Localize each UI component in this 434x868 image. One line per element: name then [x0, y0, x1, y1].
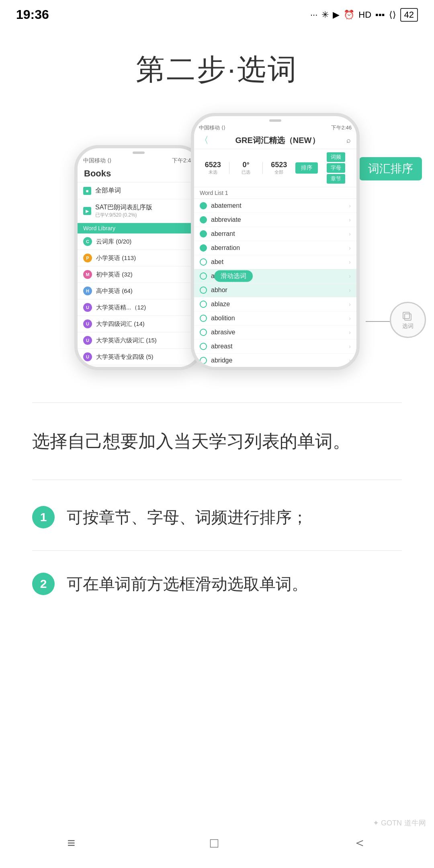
search-icon[interactable]: ⌕	[346, 136, 351, 145]
number-badge-2: 2	[32, 573, 55, 595]
list-item[interactable]: U 大学英语专业四级 (5)	[78, 349, 200, 365]
battery-level: 42	[400, 8, 418, 22]
word-row[interactable]: abet ›	[194, 255, 356, 269]
annotation-cihui-label: 词汇排序	[359, 157, 422, 180]
nav-back-icon[interactable]: ＜	[353, 833, 366, 852]
bookmark-icon: ■	[83, 187, 91, 195]
word-text: abrasive	[211, 329, 345, 336]
right-time: 下午2:46	[331, 124, 352, 131]
badge-p: P	[83, 254, 92, 262]
item-label: SAT巴朗词表乱序版	[95, 203, 152, 212]
svg-rect-1	[403, 312, 409, 319]
gre-topbar: 〈 GRE词汇精选（NEW） ⌕	[194, 133, 356, 149]
back-button[interactable]: 〈	[200, 134, 209, 146]
list-item[interactable]: U 大学四级词汇 (14)	[78, 316, 200, 332]
word-text: abolition	[211, 315, 345, 322]
dots-icon: ···	[310, 10, 317, 20]
word-row[interactable]: abbreviate ›	[194, 213, 356, 227]
tooltip-bubble: 滑动选词	[214, 270, 253, 282]
list-item[interactable]: P 小学英语 (113)	[78, 250, 200, 266]
number-badge-1: 1	[32, 506, 55, 528]
badge-c: C	[83, 237, 92, 246]
sort-tag-pinpin[interactable]: 词频	[327, 152, 345, 162]
nav-bar: ≡ □ ＜	[0, 821, 434, 868]
stat-label: 全部	[266, 169, 292, 175]
word-row[interactable]: abeyance 滑动选词 ›	[194, 269, 356, 283]
word-list-header: Word List 1	[194, 187, 356, 199]
word-row[interactable]: abhor ›	[194, 283, 356, 297]
watermark-text: 道牛网	[404, 818, 426, 828]
nav-home-icon[interactable]: □	[210, 835, 219, 851]
bluetooth-icon: ✳	[321, 10, 329, 20]
list-item[interactable]: M 初中英语 (32)	[78, 266, 200, 283]
list-item[interactable]: U 大学英语精...（12)	[78, 299, 200, 316]
word-circle	[200, 357, 207, 364]
sort-button[interactable]: 排序	[295, 162, 318, 174]
stat-label: 未选	[200, 169, 226, 175]
word-item-label: 小学英语 (113)	[96, 254, 136, 262]
status-bar: 19:36 ··· ✳ ▶ ⏰ HD ▪▪▪ ⟨⟩ 42	[0, 0, 434, 26]
list-item[interactable]: U 大学英语六级词汇 (15)	[78, 332, 200, 349]
sort-tag-zimu[interactable]: 字母	[327, 163, 345, 173]
sort-tag-zhangjie[interactable]: 章节	[327, 174, 345, 184]
stat-num: 6523	[266, 161, 292, 169]
word-row[interactable]: abatement ›	[194, 199, 356, 213]
badge-m: M	[83, 270, 92, 279]
numbered-item-2: 2 可在单词前方选框滑动选取单词。	[32, 571, 402, 597]
gre-status: 中国移动 ⟨⟩ 下午2:46	[194, 122, 356, 133]
arrow-icon: ›	[349, 259, 351, 265]
nav-menu-icon[interactable]: ≡	[68, 835, 76, 851]
word-circle-filled	[200, 202, 207, 209]
bookmark-icon: ▶	[83, 207, 91, 215]
arrow-icon: ›	[349, 245, 351, 251]
word-row[interactable]: aberrant ›	[194, 227, 356, 241]
left-carrier: 中国移动 ⟨⟩	[83, 157, 111, 164]
list-item[interactable]: C 云词库 (0/20)	[78, 233, 200, 250]
item-label: 全部单词	[95, 186, 121, 195]
word-row[interactable]: abolition ›	[194, 311, 356, 326]
word-item-label: 大学英语专业四级 (5)	[96, 353, 154, 361]
word-text: aberration	[211, 244, 345, 252]
arrow-icon: ›	[349, 315, 351, 321]
word-circle	[200, 315, 207, 322]
desc-main: 选择自己想要加入当天学习列表的单词。	[32, 427, 402, 455]
wifi-icon: ⟨⟩	[389, 10, 396, 20]
stat-num: 0°	[233, 161, 259, 169]
list-item[interactable]: ■ 全部单词	[78, 182, 200, 199]
badge-h: H	[83, 287, 92, 295]
word-text: aberrant	[211, 230, 345, 237]
word-circle	[200, 343, 207, 350]
page-title: 第二步·选词	[0, 50, 434, 89]
word-row[interactable]: abridge ›	[194, 354, 356, 368]
right-carrier: 中国移动 ⟨⟩	[199, 124, 225, 131]
status-icons: ··· ✳ ▶ ⏰ HD ▪▪▪ ⟨⟩ 42	[310, 8, 418, 22]
svg-rect-0	[405, 314, 411, 320]
word-row[interactable]: ablaze ›	[194, 297, 356, 311]
word-library-header: Word Library	[78, 223, 200, 233]
word-list: abatement › abbreviate › aberrant › aber…	[194, 199, 356, 370]
word-circle	[200, 272, 207, 280]
arrow-icon: ›	[349, 203, 351, 209]
list-item[interactable]: ▶ SAT巴朗词表乱序版 已学V:9/520 (0.2%)	[78, 199, 200, 223]
stat-total: 6523 全部	[266, 161, 292, 175]
word-row[interactable]: abrasive ›	[194, 326, 356, 340]
status-time: 19:36	[16, 7, 49, 22]
books-list: ■ 全部单词 ▶ SAT巴朗词表乱序版 已学V:9/520 (0.2%) Wor…	[78, 182, 200, 365]
stat-num: 6523	[200, 161, 226, 169]
word-text: abridge	[211, 357, 345, 364]
stat-label: 已选	[233, 169, 259, 175]
divider	[32, 550, 402, 551]
word-row[interactable]: abreast ›	[194, 340, 356, 354]
arrow-icon: ›	[349, 273, 351, 279]
badge-number: 1	[40, 510, 47, 524]
phone-right: 中国移动 ⟨⟩ 下午2:46 〈 GRE词汇精选（NEW） ⌕ 6523 未选 …	[191, 113, 360, 370]
sort-options: 词频 字母 章节	[321, 151, 351, 184]
list-item[interactable]: H 高中英语 (64)	[78, 283, 200, 299]
word-row[interactable]: aberration ›	[194, 241, 356, 255]
badge-u: U	[83, 319, 92, 328]
books-screen: 中国移动 ⟨⟩ 下午2:47 Books ■ 全部单词 ▶ SAT巴朗词表乱序版…	[78, 154, 200, 370]
word-item-label: 初中英语 (32)	[96, 271, 133, 278]
gre-title: GRE词汇精选（NEW）	[235, 135, 320, 146]
watermark: ✦ GOTN 道牛网	[373, 818, 426, 828]
word-row[interactable]: absent 已选 0 建议选 0	[194, 368, 356, 370]
